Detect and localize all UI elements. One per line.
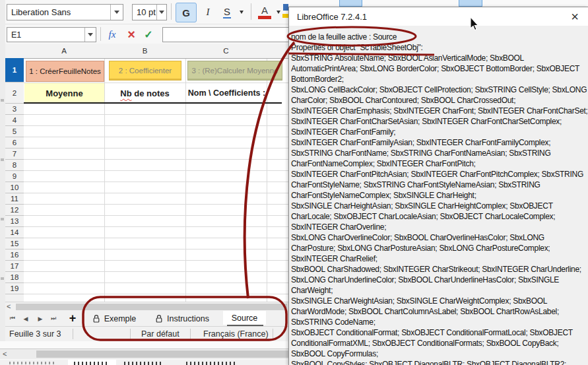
dialog-line: CharColor; SbxBOOL CharContoured; SbxBOO… — [291, 95, 587, 106]
dialog-line: SbxINTEGER CharEmphasis; SbxINTEGER Char… — [291, 106, 587, 116]
dialog-line: CharPosture; SbxLONG CharPostureAsian; S… — [291, 243, 587, 253]
scrollbar-thumb[interactable] — [16, 304, 287, 310]
cancel-button[interactable]: × — [124, 26, 139, 42]
row-header-16[interactable]: 16 — [5, 249, 24, 261]
status-separator — [273, 329, 273, 339]
next-sheet-button[interactable]: ▶ — [36, 311, 45, 326]
row-header-10[interactable]: 10 — [5, 182, 24, 193]
row-header-12[interactable]: 12 — [5, 205, 24, 216]
bold-icon: G — [182, 7, 190, 18]
edge-fragment — [1, 277, 4, 280]
font-size-dropdown[interactable] — [156, 5, 166, 20]
dialog-line: SbxINTEGER CharOverline; — [291, 222, 587, 232]
bg-scrollbar-thumb[interactable] — [36, 350, 288, 358]
cell-b2[interactable]: Nb de notes — [105, 83, 185, 103]
underline-icon: S — [223, 6, 231, 18]
italic-button[interactable]: I — [200, 3, 216, 21]
sheet-tab-exemple[interactable]: Exemple — [86, 311, 143, 326]
row-header-2[interactable]: 2 — [5, 83, 24, 104]
column-header-d-partial[interactable] — [267, 44, 288, 59]
name-box[interactable]: E1 — [7, 27, 96, 42]
sheet-grid[interactable]: Moyenne Nb de notes Nom \ Coefficients :… — [24, 59, 288, 302]
bg-horizontal-scrollbar[interactable]: < — [0, 348, 288, 359]
row-header-6[interactable]: 6 — [5, 137, 24, 149]
cell-c2[interactable]: Nom \ Coefficients : — [186, 83, 267, 103]
dialog-line: ConditionalFormatXML; SbxOBJECT Conditio… — [291, 338, 587, 348]
row-header-8[interactable]: 8 — [5, 160, 24, 171]
dialog-line: CharFontStyleName; SbxSTRING CharFontSty… — [291, 180, 587, 190]
row-header-14[interactable]: 14 — [5, 227, 24, 238]
sheet-tab-label: Source — [232, 314, 258, 323]
sheet-tab-instructions[interactable]: Instructions — [148, 311, 216, 326]
dialog-line: SbxLONG CharUnderlineColor; SbxBOOL Char… — [291, 275, 587, 285]
dialog-line: SbxSTRING AbsoluteName; SbxBOOL AsianVer… — [291, 53, 587, 63]
row-header-19[interactable]: 19 — [5, 283, 24, 294]
message-dialog: LibreOffice 7.2.4.1 × nom de la feuille … — [288, 7, 588, 365]
font-name-combo[interactable]: Liberation Sans — [7, 4, 123, 20]
underline-button[interactable]: S — [219, 3, 235, 21]
dialog-close-button[interactable]: × — [563, 7, 587, 26]
macro-button-creer-feuille-notes[interactable]: 1 : CréerFeuilleNotes — [26, 61, 104, 82]
row-header-9[interactable]: 9 — [5, 171, 24, 182]
function-wizard-button[interactable]: fx — [104, 26, 120, 42]
row-headers: 1 2 3 4 5 6 7 8 9 10 11 12 13 14 15 16 1… — [5, 58, 24, 302]
first-sheet-button[interactable]: ⏮ — [8, 311, 17, 326]
prev-sheet-button[interactable]: ◀ — [21, 311, 30, 326]
background-window-fragment: < — [0, 341, 288, 365]
row-header-15[interactable]: 15 — [5, 238, 24, 249]
dialog-line: SbxSINGLE CharHeightAsian; SbxSINGLE Cha… — [291, 201, 587, 211]
gridlines-rows — [24, 104, 288, 302]
bold-button[interactable]: G — [176, 3, 197, 22]
accept-icon: ✓ — [144, 28, 152, 41]
row-header-4[interactable]: 4 — [5, 115, 24, 126]
background-button-fragment — [459, 0, 482, 7]
cell-a2[interactable]: Moyenne — [24, 83, 104, 103]
row-header-1[interactable]: 1 — [5, 58, 24, 83]
chevron-down-icon — [114, 11, 119, 14]
status-separator — [73, 329, 73, 339]
chevron-down-icon — [88, 33, 93, 36]
row-header-13[interactable]: 13 — [5, 216, 24, 227]
macro-button-coefficienter[interactable]: 2 : Coefficienter — [109, 61, 181, 81]
macro-button-recalculer-moyenne[interactable]: 3 : (Re)Calculer Moyenne — [187, 61, 282, 81]
row-header-18[interactable]: 18 — [5, 272, 24, 283]
row-header-11[interactable]: 11 — [5, 193, 24, 205]
status-page-style[interactable]: Par défaut — [141, 329, 180, 339]
corner-box[interactable] — [5, 44, 24, 59]
row-header-17[interactable]: 17 — [5, 261, 24, 272]
status-sheet-info[interactable]: Feuille 3 sur 3 — [9, 329, 61, 339]
column-header-a[interactable]: A — [24, 44, 105, 59]
font-color-button[interactable]: A — [256, 2, 273, 22]
italic-icon: I — [207, 7, 210, 18]
add-sheet-button[interactable]: + — [66, 311, 79, 326]
scroll-left-icon[interactable]: < — [7, 302, 11, 310]
status-language[interactable]: Français (France) — [203, 329, 269, 339]
row-header-5[interactable]: 5 — [5, 126, 24, 137]
horizontal-scrollbar[interactable]: < — [5, 302, 288, 312]
sheet-tab-label: Exemple — [104, 314, 137, 323]
font-size-combo[interactable]: 10 pt — [132, 4, 167, 20]
font-color-dropdown[interactable] — [274, 3, 283, 21]
font-name-dropdown[interactable] — [110, 5, 123, 20]
column-header-b[interactable]: B — [104, 44, 186, 59]
sheet-tab-bar: ⏮ ◀ ▶ ⏭ + Exemple Instructions Source — [5, 311, 288, 326]
name-box-dropdown[interactable] — [84, 28, 96, 42]
dialog-line: SbxSTRING CharFontName; SbxSTRING CharFo… — [291, 148, 587, 158]
row-header-7[interactable]: 7 — [5, 149, 24, 160]
row-header-20-partial[interactable] — [5, 294, 24, 301]
scroll-left-icon[interactable]: < — [3, 350, 7, 358]
dialog-line: CharWordMode; SbxBOOL ChartColumnAsLabel… — [291, 306, 587, 317]
font-name-value[interactable]: Liberation Sans — [7, 7, 110, 17]
last-sheet-button[interactable]: ⏭ — [49, 311, 58, 326]
font-size-value[interactable]: 10 pt — [133, 7, 156, 17]
sheet-tab-source-active[interactable]: Source — [223, 311, 266, 325]
accept-button[interactable]: ✓ — [141, 26, 156, 42]
underline-dropdown[interactable] — [236, 3, 247, 21]
column-header-c[interactable]: C — [185, 44, 267, 59]
formula-input[interactable] — [162, 27, 290, 42]
dialog-title-bar[interactable]: LibreOffice 7.2.4.1 × — [289, 7, 588, 26]
cell-reference-value[interactable]: E1 — [7, 30, 84, 40]
dialog-line: SbxOBJECT ConditionalFormat; SbxOBJECT C… — [291, 327, 587, 338]
row-header-3[interactable]: 3 — [5, 104, 24, 115]
highlight-color-icon[interactable] — [283, 4, 288, 11]
